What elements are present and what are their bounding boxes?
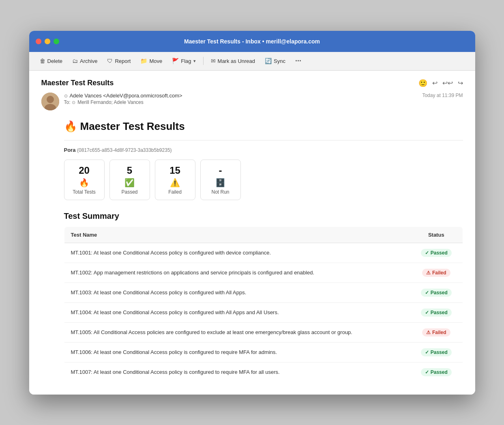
titlebar: Maester Test Results - Inbox • merill@el…: [29, 31, 475, 52]
stat-not-run-number: -: [207, 165, 234, 176]
stat-failed-number: 15: [162, 165, 189, 176]
email-actions: 🙂 ↩ ↩↩ ↪: [418, 79, 463, 88]
toolbar: 🗑 Delete 🗂 Archive 🛡 Report 📁 Move 🚩 Fla…: [29, 52, 475, 71]
warning-icon: ⚠: [426, 270, 431, 276]
test-status-cell: ⚠Failed: [410, 263, 463, 283]
forward-icon[interactable]: ↪: [458, 79, 463, 87]
pora-info: Pora (0817c655-a853-4d8f-9723-3a333b5b92…: [64, 147, 463, 153]
badge-label: Passed: [431, 369, 448, 375]
stat-failed: 15 ⚠️ Failed: [155, 160, 195, 200]
flag-chevron-icon: ▾: [193, 58, 196, 64]
table-row: MT.1003: At least one Conditional Access…: [64, 283, 463, 302]
to-line: To: ⊙ Merill Fernando; Adele Vances: [64, 99, 418, 105]
status-badge: ⚠Failed: [422, 328, 450, 337]
badge-label: Failed: [432, 330, 446, 335]
badge-label: Passed: [431, 349, 448, 355]
status-badge: ✓Passed: [421, 289, 452, 297]
more-button[interactable]: ···: [291, 55, 305, 67]
trash-icon: 🗑: [40, 58, 45, 64]
verified-icon: ⊙: [64, 93, 68, 98]
badge-label: Passed: [431, 250, 448, 256]
pora-id: (0817c655-a853-4d8f-9723-3a333b5b9235): [77, 147, 172, 153]
reply-icon[interactable]: ↩: [432, 79, 438, 87]
fire-icon: 🔥: [64, 120, 77, 133]
window-controls: [36, 39, 59, 44]
check-circle-icon: ✓: [425, 290, 429, 296]
archive-button[interactable]: 🗂 Archive: [68, 56, 101, 66]
email-subject: Maester Test Results: [41, 79, 114, 87]
stat-passed-number: 5: [116, 165, 143, 176]
stats-row: 20 🔥 Total Tests 5 ✅ Passed 15 ⚠️ Failed…: [64, 160, 463, 200]
close-button[interactable]: [36, 39, 41, 44]
to-label: To:: [64, 99, 71, 105]
status-badge: ✓Passed: [421, 249, 452, 257]
table-row: MT.1007: At least one Conditional Access…: [64, 362, 463, 382]
email-time: Today at 11:39 PM: [422, 93, 463, 98]
test-name-cell: MT.1002: App management restrictions on …: [64, 263, 410, 283]
move-button[interactable]: 📁 Move: [136, 56, 166, 66]
test-name-cell: MT.1004: At least one Conditional Access…: [64, 302, 410, 322]
test-status-cell: ⚠Failed: [410, 322, 463, 342]
move-icon: 📁: [140, 58, 147, 64]
move-label: Move: [149, 58, 162, 64]
test-name-cell: MT.1001: At least one Conditional Access…: [64, 243, 410, 263]
test-name-cell: MT.1006: At least one Conditional Access…: [64, 342, 410, 362]
minimize-button[interactable]: [45, 39, 50, 44]
test-status-cell: ✓Passed: [410, 243, 463, 263]
archive-label: Archive: [80, 58, 97, 64]
flag-button[interactable]: 🚩 Flag ▾: [168, 56, 199, 66]
sync-button[interactable]: 🔄 Sync: [261, 56, 290, 66]
sync-icon: 🔄: [265, 58, 272, 64]
stat-failed-icon: ⚠️: [162, 178, 189, 188]
report-label: Report: [115, 58, 131, 64]
sender-info: ⊙ Adele Vances <AdeleV@pora.onmicrosoft.…: [64, 93, 418, 105]
toolbar-divider: [203, 57, 204, 65]
badge-label: Passed: [431, 310, 448, 315]
archive-icon: 🗂: [72, 58, 78, 64]
mark-unread-icon: ✉: [211, 58, 216, 64]
mark-unread-button[interactable]: ✉ Mark as Unread: [207, 56, 259, 66]
shield-icon: 🛡: [107, 58, 113, 64]
avatar-image: [41, 93, 59, 110]
body-divider: [64, 140, 463, 140]
delete-button[interactable]: 🗑 Delete: [36, 56, 67, 66]
maximize-button[interactable]: [54, 39, 59, 44]
warning-icon: ⚠: [426, 330, 431, 335]
email-header: Maester Test Results 🙂 ↩ ↩↩ ↪: [41, 79, 463, 88]
test-status-cell: ✓Passed: [410, 342, 463, 362]
sync-label: Sync: [274, 58, 285, 64]
app-window: Maester Test Results - Inbox • merill@el…: [29, 31, 475, 395]
sender-display: Adele Vances <AdeleV@pora.onmicrosoft.co…: [69, 93, 182, 99]
test-status-cell: ✓Passed: [410, 362, 463, 382]
table-row: MT.1005: All Conditional Access policies…: [64, 322, 463, 342]
stat-passed-label: Passed: [116, 189, 143, 195]
test-status-cell: ✓Passed: [410, 302, 463, 322]
table-header-row: Test Name Status: [64, 227, 463, 243]
test-name-cell: MT.1005: All Conditional Access policies…: [64, 322, 410, 342]
test-status-cell: ✓Passed: [410, 283, 463, 302]
check-circle-icon: ✓: [425, 369, 429, 375]
stat-passed: 5 ✅ Passed: [109, 160, 150, 200]
flag-label: Flag: [181, 58, 191, 64]
stat-not-run-icon: 🗄️: [207, 178, 234, 188]
status-badge: ✓Passed: [421, 368, 452, 376]
email-body: 🔥 Maester Test Results Pora (0817c655-a8…: [64, 120, 463, 382]
check-circle-icon: ✓: [425, 310, 429, 315]
table-row: MT.1006: At least one Conditional Access…: [64, 342, 463, 362]
status-badge: ✓Passed: [421, 309, 452, 317]
stat-passed-icon: ✅: [116, 178, 143, 188]
table-row: MT.1001: At least one Conditional Access…: [64, 243, 463, 263]
test-name-cell: MT.1007: At least one Conditional Access…: [64, 362, 410, 382]
stat-not-run: - 🗄️ Not Run: [200, 160, 241, 200]
mark-unread-label: Mark as Unread: [218, 58, 255, 64]
sender-name: ⊙ Adele Vances <AdeleV@pora.onmicrosoft.…: [64, 93, 418, 99]
section-title: Test Summary: [64, 211, 463, 221]
status-badge: ⚠Failed: [422, 269, 450, 277]
emoji-reaction-icon[interactable]: 🙂: [418, 79, 427, 88]
report-button[interactable]: 🛡 Report: [103, 56, 135, 66]
check-circle-icon: ✓: [425, 250, 429, 256]
stat-not-run-label: Not Run: [207, 189, 234, 195]
reply-all-icon[interactable]: ↩↩: [442, 79, 453, 87]
badge-label: Passed: [431, 290, 448, 296]
badge-label: Failed: [432, 270, 446, 276]
